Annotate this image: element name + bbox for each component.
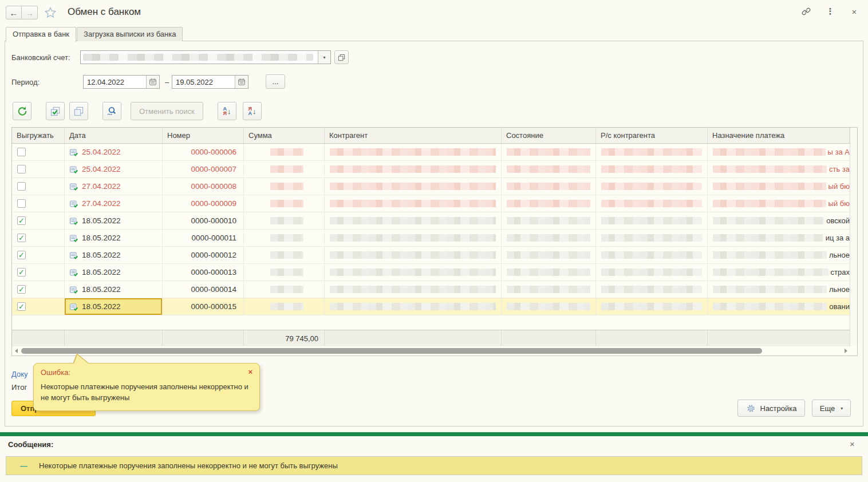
- account-cell[interactable]: [596, 195, 708, 212]
- scroll-right-arrow-icon[interactable]: [845, 349, 847, 353]
- forward-button[interactable]: →: [22, 6, 38, 19]
- number-cell[interactable]: 0000-000014: [163, 281, 244, 298]
- state-cell[interactable]: [502, 195, 596, 212]
- sum-cell[interactable]: [244, 281, 325, 298]
- column-header-data[interactable]: Дата: [65, 128, 163, 143]
- number-cell[interactable]: 0000-000008: [163, 178, 244, 195]
- bank-account-field[interactable]: ▾: [80, 50, 331, 64]
- sum-cell[interactable]: [244, 144, 325, 160]
- number-cell[interactable]: 0000-000007: [163, 161, 244, 177]
- state-cell[interactable]: [502, 178, 596, 195]
- table-row[interactable]: 27.04.2022 0000-000009 ый бю: [12, 195, 850, 212]
- table-row[interactable]: 18.05.2022 0000-000013 страх: [12, 264, 850, 281]
- horizontal-scrollbar[interactable]: [12, 346, 850, 355]
- state-cell[interactable]: [502, 230, 596, 246]
- counterparty-cell[interactable]: [325, 247, 502, 263]
- vertical-scrollbar[interactable]: [850, 128, 857, 346]
- sum-cell[interactable]: [244, 195, 325, 212]
- table-row[interactable]: 27.04.2022 0000-000008 ый бю: [12, 178, 850, 195]
- counterparty-cell[interactable]: [325, 144, 502, 160]
- more-button[interactable]: Еще ▾: [812, 400, 851, 417]
- state-cell[interactable]: [502, 144, 596, 160]
- purpose-cell[interactable]: ы за А: [708, 144, 850, 160]
- sum-cell[interactable]: [244, 230, 325, 246]
- number-cell[interactable]: 0000-000011: [163, 230, 244, 246]
- period-more-button[interactable]: ...: [266, 74, 285, 89]
- account-cell[interactable]: [596, 212, 708, 229]
- purpose-cell[interactable]: ый бю: [708, 195, 850, 212]
- account-cell[interactable]: [596, 161, 708, 177]
- message-item[interactable]: — Некоторые платежные поручения заполнен…: [6, 456, 862, 475]
- row-checkbox[interactable]: [17, 165, 26, 173]
- state-cell[interactable]: [502, 161, 596, 177]
- counterparty-cell[interactable]: [325, 281, 502, 298]
- account-cell[interactable]: [596, 178, 708, 195]
- date-cell[interactable]: 25.04.2022: [65, 144, 163, 160]
- counterparty-cell[interactable]: [325, 212, 502, 229]
- favorite-star-icon[interactable]: [44, 6, 57, 19]
- state-cell[interactable]: [502, 212, 596, 229]
- row-checkbox[interactable]: [17, 148, 26, 156]
- cancel-search-button[interactable]: Отменить поиск: [131, 102, 203, 120]
- tab-send-to-bank[interactable]: Отправка в банк: [6, 27, 76, 42]
- date-cell[interactable]: 25.04.2022: [65, 161, 163, 177]
- number-cell[interactable]: 0000-000006: [163, 144, 244, 160]
- row-checkbox[interactable]: [17, 182, 26, 191]
- date-cell[interactable]: 18.05.2022: [65, 230, 163, 246]
- row-checkbox[interactable]: [17, 251, 26, 259]
- number-cell[interactable]: 0000-000012: [163, 247, 244, 263]
- search-button[interactable]: [102, 102, 121, 120]
- counterparty-cell[interactable]: [325, 178, 502, 195]
- column-header-nomer[interactable]: Номер: [163, 128, 244, 143]
- purpose-cell[interactable]: ый бю: [708, 178, 850, 195]
- purpose-cell[interactable]: овской: [708, 212, 850, 229]
- sum-cell[interactable]: [244, 298, 325, 315]
- purpose-cell[interactable]: сть за: [708, 161, 850, 177]
- state-cell[interactable]: [502, 247, 596, 263]
- row-checkbox[interactable]: [17, 302, 26, 311]
- sum-cell[interactable]: [244, 178, 325, 195]
- number-cell[interactable]: 0000-000013: [163, 264, 244, 280]
- row-checkbox[interactable]: [17, 199, 26, 208]
- scroll-left-arrow-icon[interactable]: [15, 349, 18, 353]
- date-cell[interactable]: 18.05.2022: [65, 298, 163, 315]
- check-all-button[interactable]: [46, 102, 65, 120]
- sum-cell[interactable]: [244, 247, 325, 263]
- number-cell[interactable]: 0000-000015: [163, 298, 244, 315]
- date-cell[interactable]: 18.05.2022: [65, 212, 163, 229]
- period-from-field[interactable]: 12.04.2022: [83, 75, 160, 89]
- account-cell[interactable]: [596, 230, 708, 246]
- table-row[interactable]: 25.04.2022 0000-000006 ы за А: [12, 144, 850, 161]
- table-row[interactable]: 18.05.2022 0000-000012 льное: [12, 247, 850, 264]
- table-row[interactable]: 18.05.2022 0000-000015 овани: [12, 298, 850, 315]
- date-cell[interactable]: 18.05.2022: [65, 264, 163, 280]
- purpose-cell[interactable]: страх: [708, 264, 850, 280]
- period-to-field[interactable]: 19.05.2022: [172, 75, 248, 89]
- row-checkbox[interactable]: [17, 285, 26, 294]
- column-header-naznachenie[interactable]: Назначение платежа: [708, 128, 850, 143]
- bank-account-dropdown-button[interactable]: ▾: [318, 51, 330, 64]
- date-cell[interactable]: 27.04.2022: [65, 195, 163, 212]
- row-checkbox[interactable]: [17, 216, 26, 225]
- purpose-cell[interactable]: льное: [708, 281, 850, 298]
- state-cell[interactable]: [502, 298, 596, 315]
- period-to-calendar-button[interactable]: [235, 76, 248, 88]
- row-checkbox[interactable]: [17, 234, 26, 242]
- more-menu-icon[interactable]: ⋮: [824, 6, 836, 17]
- documents-link-partial[interactable]: Доку: [11, 370, 28, 378]
- account-cell[interactable]: [596, 247, 708, 263]
- date-cell[interactable]: 27.04.2022: [65, 178, 163, 195]
- sum-cell[interactable]: [244, 161, 325, 177]
- counterparty-cell[interactable]: [325, 161, 502, 177]
- purpose-cell[interactable]: овани: [708, 298, 850, 315]
- counterparty-cell[interactable]: [325, 298, 502, 315]
- sort-ascending-button[interactable]: АЯ ↓: [218, 102, 236, 120]
- purpose-cell[interactable]: иц за а: [708, 230, 850, 246]
- column-header-rs-kontragenta[interactable]: Р/с контрагента: [596, 128, 708, 143]
- column-header-summa[interactable]: Сумма: [244, 128, 325, 143]
- state-cell[interactable]: [502, 281, 596, 298]
- link-icon[interactable]: [800, 6, 812, 17]
- account-cell[interactable]: [596, 281, 708, 298]
- purpose-cell[interactable]: льное: [708, 247, 850, 263]
- settings-button[interactable]: Настройка: [737, 400, 805, 417]
